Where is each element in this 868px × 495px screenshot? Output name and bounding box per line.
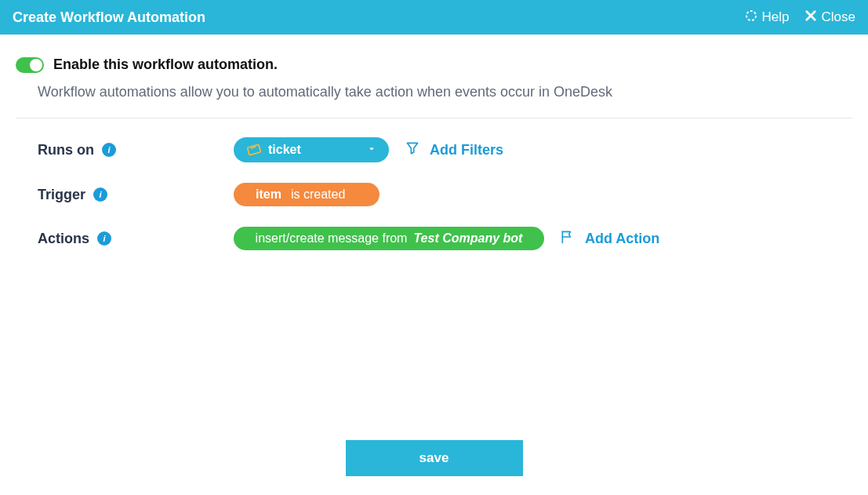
add-action-label: Add Action — [585, 231, 659, 247]
save-button[interactable]: save — [346, 440, 523, 476]
trigger-label: Trigger — [38, 187, 85, 203]
chevron-down-icon — [367, 143, 376, 157]
header-actions: Help Close — [744, 9, 855, 27]
trigger-row: Trigger i item is created — [0, 183, 868, 227]
add-action-button[interactable]: Add Action — [560, 229, 659, 249]
add-filters-label: Add Filters — [430, 142, 503, 158]
svg-point-0 — [746, 11, 756, 20]
trigger-controls: item is created — [234, 183, 380, 206]
runs-on-label-area: Runs on i — [38, 142, 234, 158]
action-pill[interactable]: insert/create message from Test Company … — [234, 227, 544, 250]
ticket-icon — [246, 142, 262, 158]
action-value: Test Company bot — [413, 231, 522, 246]
actions-row: Actions i insert/create message from Tes… — [0, 227, 868, 271]
info-icon[interactable]: i — [102, 143, 116, 157]
svg-rect-3 — [247, 144, 260, 155]
close-button[interactable]: Close — [804, 9, 855, 27]
flag-icon — [560, 229, 576, 249]
section-divider — [16, 118, 852, 118]
runs-on-label: Runs on — [38, 142, 94, 158]
dialog-header: Create Workflow Automation Help Close — [0, 0, 868, 35]
actions-label: Actions — [38, 231, 89, 247]
dialog-title: Create Workflow Automation — [13, 9, 205, 26]
help-ring-icon — [744, 9, 758, 27]
runs-on-value: ticket — [268, 143, 301, 157]
enable-row: Enable this workflow automation. — [0, 56, 868, 84]
description-text: Workflow automations allow you to automa… — [0, 84, 868, 118]
runs-on-dropdown[interactable]: ticket — [234, 137, 389, 162]
close-icon — [804, 9, 818, 27]
enable-label: Enable this workflow automation. — [53, 56, 278, 73]
runs-on-row: Runs on i ticket — [0, 137, 868, 183]
trigger-pill[interactable]: item is created — [234, 183, 380, 206]
info-icon[interactable]: i — [93, 187, 107, 202]
add-filters-button[interactable]: Add Filters — [405, 140, 503, 160]
action-prefix: insert/create message from — [256, 231, 408, 246]
runs-on-controls: ticket Add Filters — [234, 137, 503, 162]
dialog-content: Enable this workflow automation. Workflo… — [0, 35, 868, 271]
help-label: Help — [762, 9, 790, 25]
close-label: Close — [822, 9, 855, 25]
filter-icon — [405, 140, 420, 160]
actions-controls: insert/create message from Test Company … — [234, 227, 659, 250]
actions-label-area: Actions i — [38, 231, 234, 247]
trigger-label-area: Trigger i — [38, 187, 234, 203]
trigger-item-label: item — [256, 187, 281, 202]
enable-toggle[interactable] — [16, 57, 44, 73]
trigger-condition-text: is created — [291, 187, 345, 202]
help-button[interactable]: Help — [744, 9, 790, 27]
info-icon[interactable]: i — [97, 231, 111, 246]
